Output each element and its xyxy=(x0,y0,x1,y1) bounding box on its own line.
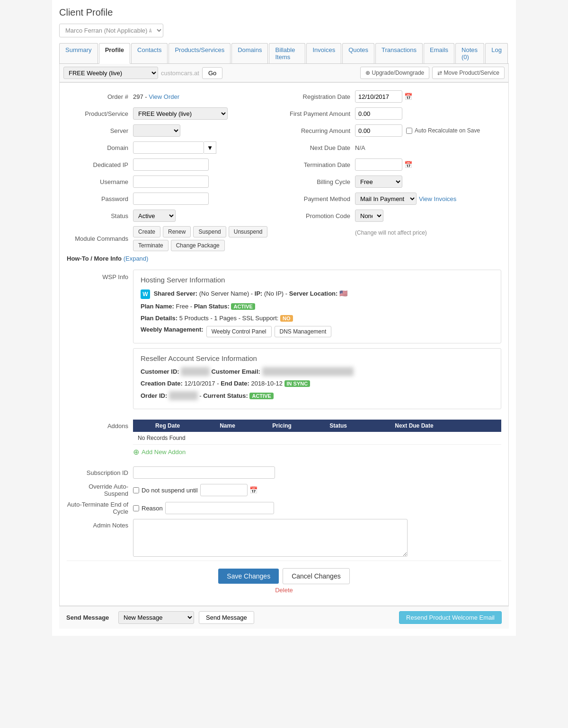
go-button[interactable]: Go xyxy=(202,67,222,79)
subscription-id-input[interactable] xyxy=(133,466,275,479)
tab-notes[interactable]: Notes (0) xyxy=(455,43,484,63)
dedicated-ip-input[interactable] xyxy=(133,158,209,171)
cmd-renew-button[interactable]: Renew xyxy=(163,226,191,237)
domain-row: Domain ▼ xyxy=(67,141,279,154)
cmd-suspend-button[interactable]: Suspend xyxy=(193,226,226,237)
weebly-control-panel-button[interactable]: Weebly Control Panel xyxy=(206,326,272,337)
username-label: Username xyxy=(67,178,133,185)
next-due-date-label: Next Due Date xyxy=(289,144,355,151)
cmd-unsuspend-button[interactable]: Unsuspend xyxy=(229,226,268,237)
tab-emails[interactable]: Emails xyxy=(424,43,454,63)
tab-billable[interactable]: Billable Items xyxy=(269,43,305,63)
send-message-bar: Send Message New Message Send Message Re… xyxy=(59,606,509,629)
upgrade-downgrade-button[interactable]: ⊕ Upgrade/Downgrade xyxy=(360,67,429,79)
auto-recalculate-checkbox[interactable] xyxy=(406,128,412,134)
plan-details-prefix: Plan Details: xyxy=(141,315,178,322)
resend-welcome-email-button[interactable]: Resend Product Welcome Email xyxy=(399,611,502,624)
add-addon-label: Add New Addon xyxy=(142,448,186,456)
send-message-button[interactable]: Send Message xyxy=(199,611,254,624)
tab-domains[interactable]: Domains xyxy=(231,43,268,63)
admin-notes-row: Admin Notes xyxy=(67,519,501,557)
reason-input[interactable] xyxy=(165,502,274,514)
view-invoices-link[interactable]: View Invoices xyxy=(419,195,456,202)
order-id-prefix: Order ID: xyxy=(141,392,167,399)
admin-notes-textarea[interactable] xyxy=(133,519,408,557)
ssl-no-badge: NO xyxy=(280,315,293,322)
wsp-label: WSP Info xyxy=(67,270,133,281)
billing-cycle-select[interactable]: Free xyxy=(355,175,402,188)
auto-terminate-checkbox[interactable] xyxy=(133,505,139,511)
payment-method-select[interactable]: Mail In Payment xyxy=(355,193,417,205)
product-service-select[interactable]: FREE Weebly (live) xyxy=(133,107,228,120)
termination-date-row: Termination Date 📅 xyxy=(289,158,501,171)
auto-recalc-label: Auto Recalculate on Save xyxy=(415,127,480,134)
domain-input[interactable] xyxy=(133,141,204,154)
move-product-button[interactable]: ⇄ Move Product/Service xyxy=(432,67,505,79)
order-id-line: Order ID: XXXXXXX - Current Status: ACTI… xyxy=(141,391,494,401)
tab-quotes[interactable]: Quotes xyxy=(342,43,374,63)
separator xyxy=(67,561,501,561)
current-status-badge: ACTIVE xyxy=(249,393,273,399)
server-select[interactable] xyxy=(133,124,180,137)
recurring-amount-input[interactable] xyxy=(355,124,402,137)
server-label: Server xyxy=(67,127,133,134)
send-message-label: Send Message xyxy=(66,614,114,621)
status-row: Status Active xyxy=(67,209,279,222)
dedicated-ip-label: Dedicated IP xyxy=(67,161,133,168)
message-type-select[interactable]: New Message xyxy=(118,611,194,624)
password-label: Password xyxy=(67,195,133,202)
creation-date-prefix: Creation Date: xyxy=(141,380,183,387)
col-actions-1 xyxy=(463,420,482,432)
ip-prefix: IP: xyxy=(255,290,263,297)
view-order-link[interactable]: View Order xyxy=(149,93,179,100)
cmd-terminate-button[interactable]: Terminate xyxy=(133,240,169,251)
us-flag-icon: 🇺🇸 xyxy=(339,289,347,297)
client-select[interactable]: Marco Ferran (Not Applicable) #1 xyxy=(59,24,163,37)
current-status-prefix: Current Status: xyxy=(203,392,248,399)
tab-invoices[interactable]: Invoices xyxy=(306,43,341,63)
tab-summary[interactable]: Summary xyxy=(59,43,98,63)
add-addon-row[interactable]: ⊕ Add New Addon xyxy=(133,447,501,456)
weebly-management: Weebly Management: Weebly Control Panel … xyxy=(141,326,494,337)
status-select[interactable]: Active xyxy=(133,210,176,222)
change-price-note-row: (Change will not affect price) xyxy=(289,226,501,239)
col-next-due-date: Next Due Date xyxy=(365,420,463,432)
termination-date-input[interactable] xyxy=(355,158,402,171)
howto-expand-link[interactable]: (Expand) xyxy=(124,255,149,262)
tab-log[interactable]: Log xyxy=(485,43,508,63)
action-buttons: Save Changes Cancel Changes xyxy=(67,568,501,584)
cancel-changes-button[interactable]: Cancel Changes xyxy=(283,568,350,584)
override-auto-suspend-row: Override Auto-Suspend Do not suspend unt… xyxy=(67,483,501,497)
tab-transactions[interactable]: Transactions xyxy=(375,43,423,63)
howto-row: How-To / More Info (Expand) xyxy=(67,255,279,262)
suspend-until-calendar-icon[interactable]: 📅 xyxy=(249,486,257,494)
username-input[interactable] xyxy=(133,175,209,188)
save-changes-button[interactable]: Save Changes xyxy=(218,569,279,584)
cmd-change-package-button[interactable]: Change Package xyxy=(171,240,225,251)
service-selector[interactable]: FREE Weebly (live) xyxy=(63,67,158,79)
tab-contacts[interactable]: Contacts xyxy=(131,43,168,63)
end-date-prefix: End Date: xyxy=(221,380,249,387)
addons-label: Addons xyxy=(67,420,133,430)
do-not-suspend-label: Do not suspend until xyxy=(142,487,198,494)
registration-date-calendar-icon[interactable]: 📅 xyxy=(404,93,412,100)
cmd-create-button[interactable]: Create xyxy=(133,226,160,237)
reseller-info-box: Reseller Account Service Information Cus… xyxy=(133,348,501,410)
domain-input-wrapper: ▼ xyxy=(133,141,216,154)
override-auto-suspend-checkbox[interactable] xyxy=(133,487,139,493)
registration-date-input[interactable] xyxy=(355,90,402,103)
delete-link[interactable]: Delete xyxy=(275,587,293,594)
tab-bar: Summary Profile Contacts Products/Servic… xyxy=(59,43,509,64)
next-due-date-row: Next Due Date N/A xyxy=(289,141,501,154)
page-title: Client Profile xyxy=(59,7,509,18)
suspend-until-date-input[interactable] xyxy=(200,484,248,496)
domain-dropdown-button[interactable]: ▼ xyxy=(204,141,216,154)
termination-date-calendar-icon[interactable]: 📅 xyxy=(404,161,412,168)
shared-server-prefix: Shared Server: xyxy=(154,290,198,297)
tab-profile[interactable]: Profile xyxy=(99,43,130,64)
first-payment-input[interactable] xyxy=(355,107,402,120)
password-input[interactable] xyxy=(133,193,209,205)
tab-products[interactable]: Products/Services xyxy=(169,43,231,63)
promotion-code-select[interactable]: None xyxy=(355,210,383,222)
dns-management-button[interactable]: DNS Management xyxy=(275,326,332,337)
